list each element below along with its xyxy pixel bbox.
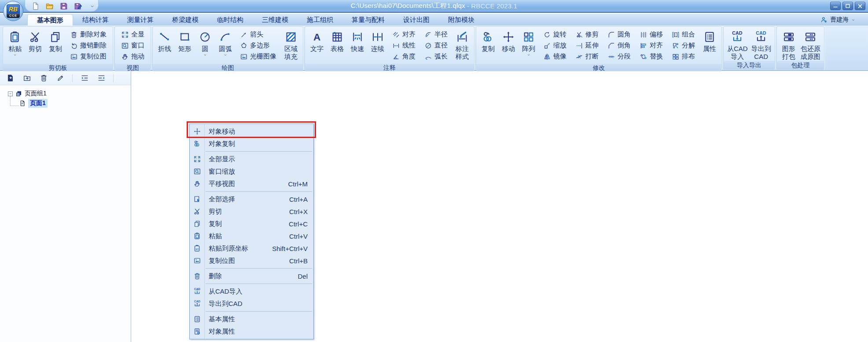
- ribbon-tab[interactable]: 算量与配料: [342, 14, 394, 25]
- ribbon-button-raster-image[interactable]: 光栅图像: [238, 51, 278, 62]
- ribbon-button-scissors[interactable]: 剪切: [25, 28, 45, 64]
- qat-save-as-button[interactable]: [73, 1, 83, 11]
- ribbon-button-dim-arc-length[interactable]: 弧长: [423, 51, 449, 62]
- ribbon-button-dim-angle[interactable]: 角度: [390, 51, 417, 62]
- qat-new-file-button[interactable]: [31, 1, 40, 11]
- ribbon-button-table[interactable]: 表格: [327, 28, 347, 64]
- ribbon-button-undo[interactable]: 撤销删除: [68, 40, 108, 51]
- app-logo[interactable]: RB CCE: [3, 1, 23, 21]
- ribbon-button-text[interactable]: A文字: [307, 28, 327, 64]
- ribbon-button-copy-object[interactable]: 复制: [478, 28, 498, 64]
- ribbon-button-array[interactable]: 阵列: [519, 28, 539, 64]
- cad-import-icon: CAD: [193, 287, 201, 295]
- ribbon-button-fillet[interactable]: 圆角: [606, 29, 633, 40]
- ribbon-button-cad-import[interactable]: CAD从CAD导入: [725, 28, 750, 61]
- ribbon-button-extend[interactable]: 延伸: [574, 40, 600, 51]
- ribbon-button-dim-quick[interactable]: 快速: [347, 28, 368, 64]
- menu-item-bitmap[interactable]: 复制位图Ctrl+B: [190, 255, 313, 267]
- ribbon-button-dim-style[interactable]: 标注样式: [452, 28, 472, 64]
- menu-item-object-properties[interactable]: 对象属性: [190, 325, 313, 338]
- ribbon-button-rectangle[interactable]: 矩形: [175, 28, 195, 64]
- menu-item-paste-origin[interactable]: XY粘贴到原坐标Shift+Ctrl+V: [190, 242, 313, 255]
- tree-expander-icon[interactable]: −: [8, 91, 13, 96]
- ribbon-tab[interactable]: 测量计算: [118, 14, 163, 25]
- ribbon-button-hatch-fill[interactable]: 区域填充: [281, 28, 301, 64]
- tree-node-group[interactable]: −页面组1: [3, 89, 128, 98]
- ribbon-button-bitmap[interactable]: 复制位图: [68, 51, 108, 62]
- ribbon-button-mirror[interactable]: 镜像: [541, 51, 568, 62]
- qat-open-file-button[interactable]: [45, 1, 55, 11]
- menu-item-clipboard[interactable]: 粘贴Ctrl+V: [190, 230, 313, 242]
- indent-left-button[interactable]: [96, 73, 106, 83]
- ribbon-button-dim-aligned[interactable]: 对齐: [390, 29, 417, 40]
- menu-item-properties[interactable]: 基本属性: [190, 313, 313, 325]
- ribbon-tab[interactable]: 设计出图: [394, 14, 439, 25]
- ribbon-tab[interactable]: 结构计算: [73, 14, 118, 25]
- ribbon-button-arrange[interactable]: 排布: [670, 51, 697, 62]
- close-button[interactable]: [855, 2, 865, 10]
- ribbon-button-segment[interactable]: 分段: [606, 51, 633, 62]
- ribbon-button-align[interactable]: 对齐: [638, 40, 665, 51]
- delete-node-button[interactable]: [39, 73, 48, 83]
- menu-item-cad-export[interactable]: CAD导出到CAD: [190, 298, 313, 310]
- menu-item-hand[interactable]: 平移视图Ctrl+M: [190, 178, 313, 190]
- tree-node-page[interactable]: 页面1: [3, 98, 128, 108]
- add-group-button[interactable]: [22, 73, 32, 83]
- ribbon-button-polyline[interactable]: 折线: [154, 28, 175, 64]
- menu-item-expand[interactable]: 全部显示: [190, 153, 313, 165]
- maximize-button[interactable]: [842, 2, 853, 10]
- ribbon-button-replace[interactable]: 替换: [638, 51, 665, 62]
- ribbon-button-unpackage[interactable]: 包还原成原图: [799, 28, 822, 61]
- ribbon-button-dim-diameter[interactable]: 直径: [423, 40, 449, 51]
- ribbon-button-circle[interactable]: 圆: [195, 28, 215, 64]
- ribbon-button-chamfer[interactable]: 倒角: [606, 40, 633, 51]
- indent-right-button[interactable]: [80, 73, 89, 83]
- tree-page-label[interactable]: 页面1: [28, 99, 48, 108]
- ribbon-button-dim-linear[interactable]: 线性: [390, 40, 417, 51]
- ribbon-button-arc[interactable]: 圆弧: [215, 28, 235, 64]
- ribbon-button-scale[interactable]: 缩放: [541, 40, 568, 51]
- menu-item-cad-import[interactable]: CAD从CAD导入: [190, 285, 313, 298]
- tree-group-label[interactable]: 页面组1: [25, 90, 47, 98]
- ribbon-button-cad-export[interactable]: CAD导出到CAD: [750, 28, 773, 61]
- ribbon-tab[interactable]: 临时结构: [208, 14, 253, 25]
- ribbon-button-package[interactable]: 图形打包: [779, 28, 799, 61]
- ribbon-button-rotate[interactable]: 旋转: [541, 29, 568, 40]
- menu-item-copy-object[interactable]: 对象复制: [190, 138, 313, 150]
- qat-save-button[interactable]: [59, 1, 69, 11]
- ribbon-button-break[interactable]: 打断: [574, 51, 600, 62]
- ribbon-button-hand[interactable]: 拖动: [119, 51, 146, 62]
- ribbon-button-copy[interactable]: 复制: [45, 28, 66, 64]
- ribbon-button-move[interactable]: 移动: [498, 28, 519, 64]
- ribbon-button-polygon[interactable]: 多边形: [238, 40, 278, 51]
- ribbon-tab[interactable]: 桥梁建模: [163, 14, 208, 25]
- menu-item-zoom-window[interactable]: 窗口缩放: [190, 165, 313, 178]
- ribbon-button-explode[interactable]: 分解: [670, 40, 697, 51]
- ribbon-button-expand[interactable]: 全显: [119, 29, 146, 40]
- ribbon-button-offset[interactable]: 偏移: [638, 29, 665, 40]
- add-page-button[interactable]: [5, 73, 15, 83]
- menu-item-scissors[interactable]: 剪切Ctrl+X: [190, 205, 313, 218]
- menu-item-copy[interactable]: 复制Ctrl+C: [190, 218, 313, 230]
- ribbon-tab[interactable]: 三维建模: [253, 14, 298, 25]
- menu-item-move[interactable]: 对象移动: [190, 125, 313, 138]
- menu-item-trash[interactable]: 删除Del: [190, 270, 313, 282]
- ribbon-tab[interactable]: 基本图形: [27, 14, 73, 25]
- ribbon-button-combine[interactable]: 组合: [670, 29, 697, 40]
- ribbon-button-trim[interactable]: 修剪: [574, 29, 600, 40]
- menu-shortcut: Ctrl+B: [289, 257, 313, 265]
- ribbon-tab[interactable]: 施工组织: [298, 14, 342, 25]
- ribbon-button-properties[interactable]: 属性: [699, 28, 720, 64]
- ribbon-button-zoom-window[interactable]: 窗口: [119, 40, 146, 51]
- menu-item-select-all[interactable]: 全部选择Ctrl+A: [190, 193, 313, 205]
- ribbon-button-dim-continue[interactable]: 连续: [368, 28, 388, 64]
- rename-node-button[interactable]: [55, 73, 65, 83]
- ribbon-button-arrow[interactable]: 箭头: [238, 29, 278, 40]
- ribbon-tab[interactable]: 附加模块: [439, 14, 484, 25]
- minimize-button[interactable]: [830, 2, 841, 10]
- qat-qat-more-button[interactable]: [87, 1, 97, 11]
- ribbon-button-dim-radius[interactable]: 半径: [423, 29, 449, 40]
- user-menu[interactable]: 曹建海: [820, 15, 856, 24]
- ribbon-button-clipboard[interactable]: 粘贴: [5, 28, 25, 64]
- ribbon-button-trash[interactable]: 删除对象: [68, 29, 108, 40]
